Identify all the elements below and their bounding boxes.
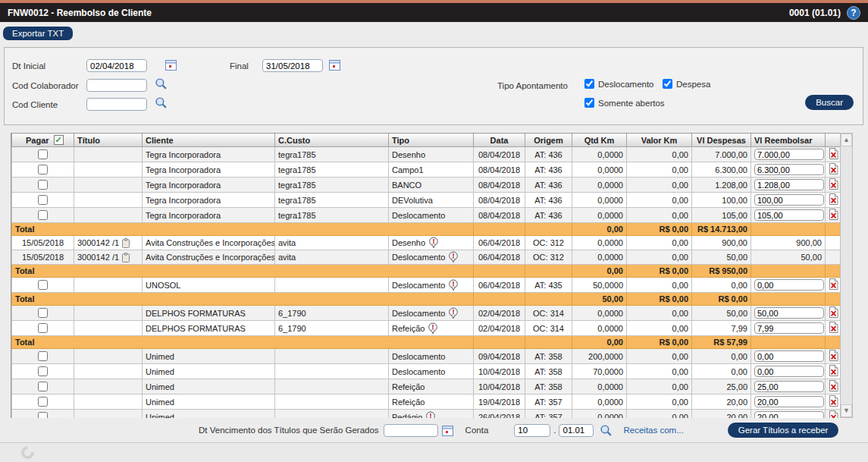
vl-reembolsar-input[interactable] <box>754 279 824 291</box>
row-pay-checkbox[interactable] <box>38 412 48 418</box>
delete-row-icon[interactable] <box>829 325 838 335</box>
delete-row-icon[interactable] <box>829 197 838 206</box>
delete-row-icon[interactable] <box>829 310 838 319</box>
cell-qtd-km: 70,0000 <box>572 364 627 379</box>
vl-reembolsar-input[interactable] <box>754 322 824 334</box>
cod-cliente-input[interactable] <box>86 98 147 111</box>
receitas-link[interactable]: Receitas com... <box>623 426 683 435</box>
dt-vencimento-calendar-icon[interactable] <box>442 425 453 436</box>
delete-row-icon[interactable] <box>829 212 838 222</box>
generation-footer: Dt Vencimento dos Títulos que Serão Gera… <box>0 421 868 439</box>
table-row: UNOSOLDeslocamento!06/04/2018AT: 43550,0… <box>12 278 841 293</box>
cell-vl-reembolsar <box>751 162 826 178</box>
dt-inicial-calendar-icon[interactable] <box>165 59 177 71</box>
gerar-titulos-button[interactable]: Gerar Títulos a receber <box>728 423 839 438</box>
cod-colaborador-search-icon[interactable] <box>155 77 168 90</box>
cell-cliente: Tegra Incorporadora <box>143 193 275 208</box>
delete-row-icon[interactable] <box>829 369 838 378</box>
column-header-vl_reembolsar[interactable]: Vl Reembolsar <box>751 134 826 147</box>
vl-reembolsar-input[interactable] <box>754 307 824 319</box>
vl-reembolsar-input[interactable] <box>754 149 824 160</box>
vertical-scrollbar[interactable]: ▲ ▼ <box>840 133 853 418</box>
table-row: Tegra Incorporadorategra1785Campo108/04/… <box>12 162 841 178</box>
column-header-ccusto[interactable]: C.Custo <box>275 134 389 147</box>
row-pay-checkbox[interactable] <box>38 195 48 205</box>
select-all-check-icon[interactable]: ✓ <box>54 135 64 145</box>
column-header-titulo[interactable]: Título <box>74 134 143 147</box>
vl-reembolsar-input[interactable] <box>754 350 824 362</box>
vl-reembolsar-input[interactable] <box>754 209 824 221</box>
column-header-valor_km[interactable]: Valor Km <box>627 134 692 147</box>
note-balloon-icon[interactable]: ! <box>448 307 459 319</box>
vl-reembolsar-input[interactable] <box>754 179 824 190</box>
vl-reembolsar-input[interactable] <box>754 164 824 175</box>
row-pay-checkbox[interactable] <box>38 351 48 361</box>
column-header-tipo[interactable]: Tipo <box>389 134 474 147</box>
dt-vencimento-input[interactable] <box>384 424 438 437</box>
cell-origem: AT: 436 <box>525 208 572 223</box>
note-balloon-icon[interactable]: ! <box>428 237 439 249</box>
export-txt-button[interactable]: Exportar TXT <box>3 27 73 40</box>
note-balloon-icon[interactable]: ! <box>428 322 438 335</box>
delete-row-icon[interactable] <box>829 399 838 408</box>
conta-sub-input[interactable] <box>559 424 594 437</box>
buscar-button[interactable]: Buscar <box>805 95 854 110</box>
cell-ccusto: tegra1785 <box>275 178 389 193</box>
delete-row-icon[interactable] <box>829 414 838 418</box>
row-pay-checkbox[interactable] <box>38 308 48 318</box>
vl-reembolsar-input[interactable] <box>754 411 824 418</box>
vl-reembolsar-input[interactable] <box>754 366 824 377</box>
vl-reembolsar-input[interactable] <box>754 381 824 392</box>
svg-text:!: ! <box>430 412 432 419</box>
column-header-qtd_km[interactable]: Qtd Km <box>572 134 627 147</box>
vl-reembolsar-input[interactable] <box>754 396 824 407</box>
cell-pagar <box>12 278 74 293</box>
vl-reembolsar-input[interactable] <box>754 194 824 206</box>
cod-cliente-search-icon[interactable] <box>155 96 168 109</box>
titulo-document-icon[interactable] <box>122 253 130 262</box>
row-pay-checkbox[interactable] <box>38 323 48 333</box>
column-header-origem[interactable]: Origem <box>525 134 572 147</box>
cod-colaborador-input[interactable] <box>86 79 147 92</box>
cell-tipo: Deslocamento <box>389 208 474 223</box>
somente-abertos-checkbox[interactable] <box>584 98 594 108</box>
scroll-up-arrow[interactable]: ▲ <box>841 134 852 146</box>
delete-row-icon[interactable] <box>829 384 838 393</box>
final-calendar-icon[interactable] <box>329 59 340 71</box>
row-pay-checkbox[interactable] <box>38 180 48 190</box>
note-balloon-icon[interactable]: ! <box>448 251 459 263</box>
column-header-vl_despesas[interactable]: Vl Despesas <box>692 134 751 147</box>
note-balloon-icon[interactable]: ! <box>425 411 436 419</box>
row-pay-checkbox[interactable] <box>38 149 48 159</box>
note-balloon-icon[interactable]: ! <box>448 279 459 291</box>
deslocamento-checkbox[interactable] <box>584 79 594 89</box>
row-pay-checkbox[interactable] <box>38 280 48 290</box>
row-pay-checkbox[interactable] <box>38 382 48 391</box>
dt-inicial-input[interactable] <box>86 59 147 72</box>
titulo-document-icon[interactable] <box>122 238 130 248</box>
final-input[interactable] <box>262 59 323 72</box>
conta-input[interactable] <box>514 424 550 437</box>
conta-search-icon[interactable] <box>600 424 613 437</box>
delete-row-icon[interactable] <box>829 152 838 161</box>
row-pay-checkbox[interactable] <box>38 366 48 376</box>
cell-origem: AT: 436 <box>525 162 572 178</box>
delete-row-icon[interactable] <box>829 282 838 291</box>
row-pay-checkbox[interactable] <box>38 210 48 220</box>
column-header-data[interactable]: Data <box>474 134 525 147</box>
row-pay-checkbox[interactable] <box>38 397 48 407</box>
row-pay-checkbox[interactable] <box>38 165 48 174</box>
results-table-wrap: Pagar✓TítuloClienteC.CustoTipoDataOrigem… <box>11 133 853 418</box>
delete-row-icon[interactable] <box>829 354 838 363</box>
delete-row-icon[interactable] <box>829 167 838 176</box>
scroll-down-arrow[interactable]: ▼ <box>841 404 852 417</box>
table-row: UnimedPedágio!26/04/2018AT: 3570,00000,0… <box>12 410 841 419</box>
help-icon[interactable]: ? <box>847 6 860 20</box>
delete-row-icon[interactable] <box>829 182 838 191</box>
column-header-pagar[interactable]: Pagar✓ <box>12 134 74 147</box>
cell-cliente: UNOSOL <box>143 278 275 293</box>
cell-tipo: DEVolutiva <box>389 193 474 208</box>
cell-valor-km: 0,00 <box>627 193 692 208</box>
column-header-cliente[interactable]: Cliente <box>143 134 275 147</box>
despesa-checkbox[interactable] <box>663 79 672 89</box>
